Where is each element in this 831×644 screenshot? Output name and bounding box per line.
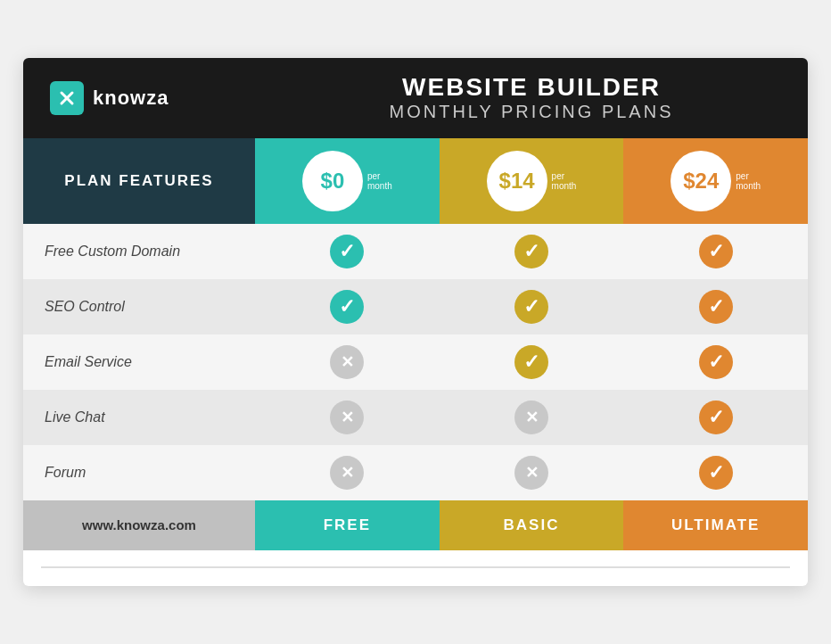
table-row: Free Custom Domain <box>23 224 808 279</box>
check-cells <box>255 336 808 388</box>
footer-btn-free[interactable]: FREE <box>255 500 440 550</box>
check-cell <box>255 281 440 333</box>
price-basic-amount: $14 <box>499 170 535 192</box>
logo-icon <box>50 81 84 115</box>
feature-name: Free Custom Domain <box>23 235 255 268</box>
main-title: WEBSITE BUILDER <box>282 74 781 102</box>
per-basic-per: per <box>552 171 577 181</box>
features-table: Free Custom Domain SEO Control Email Ser… <box>23 224 808 500</box>
table-row: Email Service <box>23 334 808 390</box>
check-cell <box>623 226 808 277</box>
table-row: SEO Control <box>23 279 808 334</box>
plan-cols: $0 per month $14 per month <box>255 138 808 224</box>
check-cell <box>440 447 624 499</box>
check-cell <box>623 281 808 333</box>
bottom-divider <box>41 566 790 568</box>
feature-name: Email Service <box>23 345 255 379</box>
footer-btn-basic[interactable]: BASIC <box>440 500 624 550</box>
footer-row: www.knowza.com FREE BASIC ULTIMATE <box>23 500 808 550</box>
check-cell <box>255 226 440 277</box>
per-ultimate-label: per month <box>736 171 761 191</box>
header: knowza WEBSITE BUILDER MONTHLY PRICING P… <box>23 58 808 138</box>
price-basic-circle: $14 <box>487 151 547 211</box>
plan-features-header: PLAN FEATURES <box>23 138 255 224</box>
check-cells <box>255 281 808 333</box>
check-cells <box>255 226 808 277</box>
check-cells <box>255 392 808 443</box>
check-cells <box>255 447 808 499</box>
price-ultimate-amount: $24 <box>683 170 719 192</box>
per-basic-label: per month <box>552 171 577 191</box>
check-cell <box>440 226 624 277</box>
price-free-container: $0 per month <box>302 151 392 211</box>
per-free-label: per month <box>367 171 392 191</box>
plan-basic-header: $14 per month <box>440 138 624 224</box>
check-cell <box>255 336 440 388</box>
price-ultimate-container: $24 per month <box>671 151 761 211</box>
price-ultimate-circle: $24 <box>671 151 731 211</box>
check-cell <box>255 447 440 499</box>
pricing-card: knowza WEBSITE BUILDER MONTHLY PRICING P… <box>23 58 808 586</box>
per-ultimate-per: per <box>736 171 761 181</box>
per-free-month: month <box>367 181 392 191</box>
plan-features-label: PLAN FEATURES <box>64 172 213 190</box>
per-ultimate-month: month <box>736 181 761 191</box>
footer-btns: FREE BASIC ULTIMATE <box>255 500 808 550</box>
per-basic-month: month <box>552 181 577 191</box>
check-cell <box>440 336 624 388</box>
plan-free-header: $0 per month <box>255 138 440 224</box>
price-free-amount: $0 <box>321 170 345 192</box>
feature-name: SEO Control <box>23 290 255 324</box>
sub-title: MONTHLY PRICING PLANS <box>282 102 781 122</box>
per-free-per: per <box>367 171 392 181</box>
check-cell <box>623 392 808 443</box>
check-cell <box>440 392 624 443</box>
price-free-circle: $0 <box>302 151 363 211</box>
check-cell <box>623 447 808 499</box>
check-cell <box>623 336 808 388</box>
feature-name: Live Chat <box>23 400 255 434</box>
plan-header-row: PLAN FEATURES $0 per month <box>23 138 808 224</box>
plan-ultimate-header: $24 per month <box>623 138 808 224</box>
footer-btn-ultimate[interactable]: ULTIMATE <box>623 500 808 550</box>
footer-domain: www.knowza.com <box>23 500 255 550</box>
feature-name: Forum <box>23 456 255 490</box>
check-cell <box>440 281 624 333</box>
table-row: Live Chat <box>23 390 808 445</box>
logo-area: knowza <box>50 81 282 115</box>
logo-name: knowza <box>93 87 169 110</box>
table-row: Forum <box>23 445 808 500</box>
header-title: WEBSITE BUILDER MONTHLY PRICING PLANS <box>282 74 781 122</box>
check-cell <box>255 392 440 443</box>
price-basic-container: $14 per month <box>487 151 577 211</box>
